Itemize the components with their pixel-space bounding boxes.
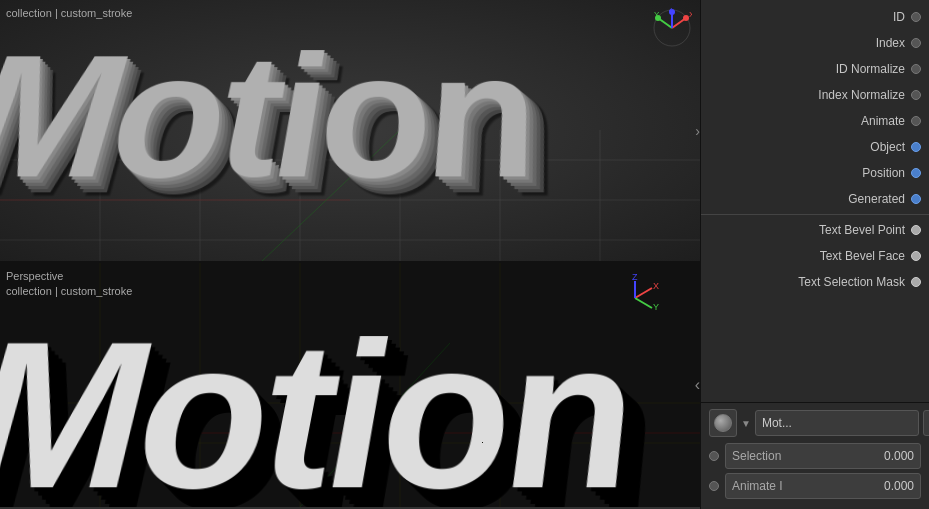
3d-text-bottom: Motion <box>0 298 640 507</box>
prop-dot-object <box>911 142 921 152</box>
panel-divider-1 <box>701 214 929 215</box>
prop-label-id-normalize: ID Normalize <box>701 62 905 76</box>
viewport-area[interactable]: Motion collection | custom_stroke X Y Z … <box>0 0 700 509</box>
prop-row-text-selection-mask[interactable]: Text Selection Mask <box>701 269 929 295</box>
sphere-button[interactable] <box>709 409 737 437</box>
selection-dot <box>709 451 719 461</box>
properties-list: ID Index ID Normalize Index Normalize An… <box>701 0 929 402</box>
prop-dot-id-normalize <box>911 64 921 74</box>
right-panel: ID Index ID Normalize Index Normalize An… <box>700 0 929 509</box>
animate-value: 0.000 <box>884 479 914 493</box>
svg-text:Y: Y <box>654 10 660 19</box>
selection-row: Selection 0.000 <box>709 443 921 469</box>
divider-arrow-top[interactable]: › <box>695 123 700 139</box>
prop-row-object[interactable]: Object <box>701 134 929 160</box>
sphere-icon <box>714 414 732 432</box>
number-field[interactable] <box>923 410 929 436</box>
dropdown-arrow[interactable]: ▼ <box>741 418 751 429</box>
svg-line-31 <box>635 298 652 308</box>
prop-label-id: ID <box>701 10 905 24</box>
prop-label-position: Position <box>701 166 905 180</box>
prop-dot-id <box>911 12 921 22</box>
prop-label-text-bevel-point: Text Bevel Point <box>701 223 905 237</box>
animate-dot <box>709 481 719 491</box>
3d-text-top: Motion <box>0 20 550 221</box>
viewport-bottom-label: Perspective collection | custom_stroke <box>6 269 132 300</box>
ctrl-row1: ▼ ✓ <box>709 409 921 437</box>
svg-line-30 <box>635 288 652 298</box>
prop-label-text-bevel-face: Text Bevel Face <box>701 249 905 263</box>
svg-text:Z: Z <box>632 273 638 282</box>
prop-dot-text-bevel-point <box>911 225 921 235</box>
prop-row-animate[interactable]: Animate <box>701 108 929 134</box>
prop-dot-animate <box>911 116 921 126</box>
prop-dot-text-bevel-face <box>911 251 921 261</box>
prop-row-text-bevel-face[interactable]: Text Bevel Face <box>701 243 929 269</box>
prop-dot-generated <box>911 194 921 204</box>
prop-label-index-normalize: Index Normalize <box>701 88 905 102</box>
prop-row-index-normalize[interactable]: Index Normalize <box>701 82 929 108</box>
animate-label: Animate I <box>732 479 783 493</box>
prop-dot-index <box>911 38 921 48</box>
animate-row: Animate I 0.000 <box>709 473 921 499</box>
axis-indicator-bottom: X Y Z <box>610 273 660 326</box>
bottom-controls: ▼ ✓ Selection 0.000 Animate I 0.000 <box>701 402 929 509</box>
prop-row-id[interactable]: ID <box>701 4 929 30</box>
viewport-bottom[interactable]: Motion Perspective collection | custom_s… <box>0 263 700 507</box>
selection-field[interactable]: Selection 0.000 <box>725 443 921 469</box>
prop-row-id-normalize[interactable]: ID Normalize <box>701 56 929 82</box>
prop-dot-position <box>911 168 921 178</box>
divider-arrow-bottom[interactable]: ‹ <box>695 376 700 394</box>
prop-row-position[interactable]: Position <box>701 160 929 186</box>
prop-label-generated: Generated <box>701 192 905 206</box>
animate-field[interactable]: Animate I 0.000 <box>725 473 921 499</box>
name-field[interactable] <box>755 410 919 436</box>
axis-widget-top: X Y Z <box>652 8 692 48</box>
prop-label-animate: Animate <box>701 114 905 128</box>
prop-label-text-selection-mask: Text Selection Mask <box>701 275 905 289</box>
selection-label: Selection <box>732 449 781 463</box>
prop-label-index: Index <box>701 36 905 50</box>
selection-value: 0.000 <box>884 449 914 463</box>
prop-row-generated[interactable]: Generated <box>701 186 929 212</box>
prop-label-object: Object <box>701 140 905 154</box>
svg-text:X: X <box>653 281 659 291</box>
viewport-top[interactable]: Motion collection | custom_stroke X Y Z … <box>0 0 700 263</box>
svg-text:Y: Y <box>653 302 659 312</box>
prop-row-text-bevel-point[interactable]: Text Bevel Point <box>701 217 929 243</box>
svg-text:Z: Z <box>669 8 674 13</box>
prop-dot-index-normalize <box>911 90 921 100</box>
prop-dot-text-selection-mask <box>911 277 921 287</box>
svg-text:X: X <box>689 10 692 19</box>
prop-row-index[interactable]: Index <box>701 30 929 56</box>
